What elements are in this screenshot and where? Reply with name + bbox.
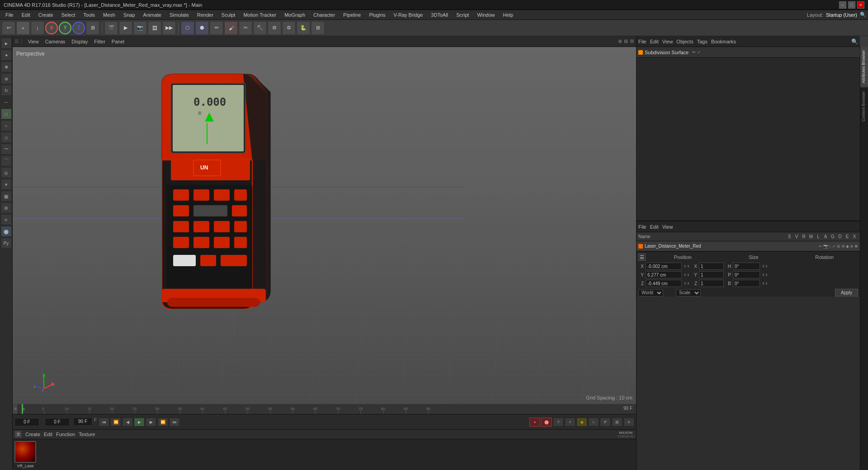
coord-pos-y-arrow[interactable]: ⬆⬇ (684, 273, 690, 277)
obj-icon-r3[interactable]: ⊞ (837, 244, 840, 249)
prev-frame-btn[interactable]: ◀ (122, 418, 133, 427)
attr-objects-btn[interactable]: Objects (676, 39, 693, 44)
next-key-btn[interactable]: ⏩ (157, 418, 168, 427)
object-list-item[interactable]: Laser_Distance_Meter_Red ✏ 📷 ○ ✓ ⊞ ⚙ ◆ ⊕… (637, 241, 860, 251)
coord-system-btn[interactable]: ⊞ (86, 21, 99, 35)
obj-icon-r7[interactable]: ✖ (854, 244, 858, 249)
search-icon[interactable]: 🔍 (860, 12, 866, 18)
play-btn[interactable]: ▶ (134, 418, 145, 427)
vt-panel[interactable]: Panel (110, 39, 126, 44)
make-preview-btn[interactable]: ▶▶ (162, 21, 176, 35)
menu-mesh[interactable]: Mesh (99, 11, 119, 19)
menu-snap[interactable]: Snap (120, 11, 139, 19)
z-axis-btn[interactable]: Z (72, 22, 85, 34)
iron-btn[interactable]: 🔨 (253, 21, 267, 35)
search-icon[interactable]: 🔍 (851, 38, 858, 45)
new-object-button[interactable]: + (16, 21, 30, 35)
menu-file[interactable]: File (2, 11, 17, 19)
coord-menu-icon[interactable]: ☰ (638, 254, 646, 261)
lt-light-btn[interactable]: ☀ (1, 179, 12, 190)
mode-btn5[interactable]: ≡ (623, 418, 634, 427)
obj-icon-r4[interactable]: ⚙ (841, 244, 845, 249)
mode-btn2[interactable]: ○ (588, 418, 599, 427)
lt-cube-btn[interactable]: □ (1, 108, 12, 119)
render-to-po[interactable]: 📷 (133, 21, 147, 35)
auto-key-btn[interactable]: ⬤ (541, 418, 552, 427)
coord-size-z[interactable] (699, 280, 724, 287)
mat-edit-btn[interactable]: Edit (44, 432, 52, 437)
coord-rot-b[interactable] (733, 280, 760, 287)
menu-create[interactable]: Create (35, 11, 57, 19)
menu-tools[interactable]: Tools (80, 11, 99, 19)
next-frame-btn[interactable]: ▶ (146, 418, 156, 427)
tab-attributes[interactable]: Attributes Browser (860, 46, 868, 87)
coord-pos-z[interactable] (646, 280, 682, 287)
coord-size-x[interactable] (699, 263, 724, 270)
mat-function-btn[interactable]: Function (56, 432, 75, 437)
lt-render-btn[interactable]: ▦ (1, 191, 12, 202)
vt-filter[interactable]: Filter (92, 39, 107, 44)
coord-pos-y[interactable] (646, 271, 682, 278)
lt-python-btn[interactable]: Py (1, 238, 12, 249)
layout-value[interactable]: Startup (User) (826, 12, 857, 18)
vt-display[interactable]: Display (70, 39, 90, 44)
attr-edit-btn[interactable]: Edit (650, 39, 659, 44)
coord-rot-p[interactable] (733, 271, 760, 278)
icons-grid-btn[interactable]: ⊞ (311, 21, 325, 35)
coord-pos-x[interactable] (646, 263, 682, 270)
mat-create-btn[interactable]: Create (25, 432, 40, 437)
menu-animate[interactable]: Animate (140, 11, 165, 19)
obj-icon-r2[interactable]: ✓ (832, 244, 836, 249)
obj-icon-camera[interactable]: 📷 (823, 244, 828, 249)
sub-surface-btn[interactable]: ⬢ (195, 21, 209, 35)
minimize-button[interactable]: ─ (839, 1, 846, 9)
lt-camera-btn[interactable]: ◎ (1, 167, 12, 178)
apply-button[interactable]: Apply (835, 289, 858, 296)
lt-spline-btn[interactable]: 〜 (1, 144, 12, 155)
brush-btn[interactable]: 🖌 (224, 21, 238, 35)
render-viewport-btn[interactable]: 🖼 (148, 21, 161, 35)
go-to-start-btn[interactable]: ⏮ (99, 418, 109, 427)
key-info-btn[interactable]: ? (553, 418, 564, 427)
move-tool[interactable]: ↕ (31, 21, 44, 35)
coord-rot-b-arrow[interactable]: ⬆⬇ (762, 282, 768, 286)
om-edit-btn[interactable]: Edit (650, 224, 659, 230)
lt-floor-btn[interactable]: ≡ (1, 214, 12, 225)
lt-mode-btn[interactable]: ▶ (1, 38, 12, 49)
obj-icon-edit[interactable]: ✏ (819, 244, 822, 249)
menu-select[interactable]: Select (58, 11, 79, 19)
viewport-3d[interactable]: 0.000 m (13, 47, 636, 404)
menu-sculpt[interactable]: Sculpt (218, 11, 239, 19)
render-btn[interactable]: ▶ (119, 21, 132, 35)
menu-motion-tracker[interactable]: Motion Tracker (240, 11, 280, 19)
lt-deform-btn[interactable]: ⌒ (1, 155, 12, 166)
menu-plugins[interactable]: Plugins (365, 11, 389, 19)
obj-edit-icon2[interactable]: ✓ (697, 50, 701, 55)
render-region-btn[interactable]: 🎬 (104, 21, 118, 35)
menu-mograph[interactable]: MoGraph (281, 11, 309, 19)
vt-nav-1[interactable]: ⊕ (618, 38, 622, 44)
knife-btn[interactable]: ✂ (239, 21, 252, 35)
lt-param-btn[interactable]: ⚙ (1, 202, 12, 213)
mode-btn4[interactable]: ⊞ (612, 418, 623, 427)
magnet-btn[interactable]: ⚙ (268, 21, 281, 35)
coord-pos-z-arrow[interactable]: ⬆⬇ (684, 282, 690, 286)
om-file-btn[interactable]: File (638, 224, 646, 230)
y-axis-btn[interactable]: Y (59, 22, 71, 34)
add-layer-btn[interactable]: ⬡ (181, 21, 194, 35)
polygon-pen-btn[interactable]: ✏ (210, 21, 223, 35)
coord-pos-x-arrow[interactable]: ⬆⬇ (684, 264, 690, 268)
undo-button[interactable]: ↩ (2, 21, 15, 35)
prev-key-btn[interactable]: ⏪ (110, 418, 121, 427)
attr-view-btn[interactable]: View (662, 39, 673, 44)
obj-icon-r1[interactable]: ○ (829, 244, 831, 249)
coord-rot-h-arrow[interactable]: ⬆⬇ (762, 264, 768, 268)
lt-paint-btn[interactable]: ⬤ (1, 226, 12, 237)
menu-help[interactable]: Help (500, 11, 517, 19)
coord-size-y[interactable] (699, 271, 724, 278)
menu-character[interactable]: Character (310, 11, 339, 19)
vt-menu-icon[interactable]: ☰ (14, 39, 19, 44)
scale-mode-dropdown[interactable]: Scale Size (676, 289, 701, 296)
record-btn[interactable]: ● (529, 418, 540, 427)
om-view-btn[interactable]: View (662, 224, 673, 230)
